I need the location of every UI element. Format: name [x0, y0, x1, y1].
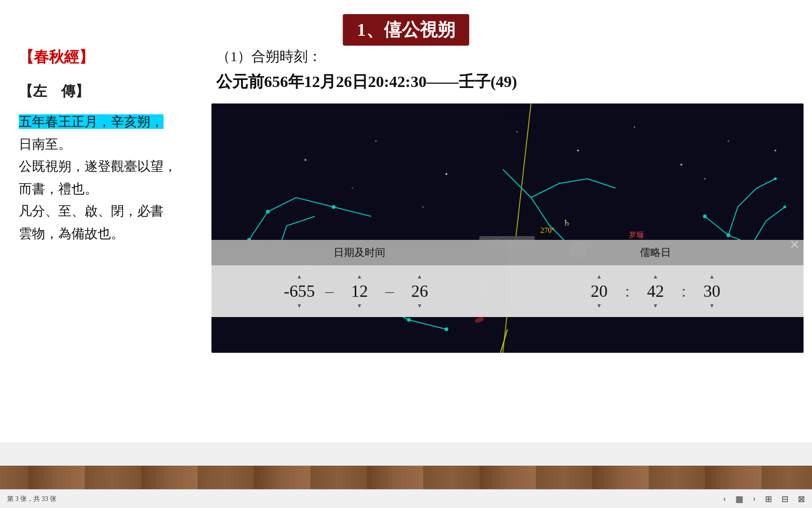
- outline-view-button[interactable]: ⊟: [781, 494, 789, 504]
- year-value: -655: [281, 281, 318, 301]
- slide-content: 1、僖公視朔 【春秋經】 【左 傳】 五年春王正月，辛亥朔， 日南至。 公既視朔…: [0, 0, 812, 442]
- subtitle: （1）合朔時刻：: [216, 47, 789, 66]
- hour-box[interactable]: ▲ 20 ▼: [580, 274, 618, 309]
- svg-point-15: [445, 173, 447, 175]
- second-down[interactable]: ▼: [709, 303, 715, 309]
- svg-text:270°: 270°: [540, 226, 554, 234]
- svg-line-41: [500, 329, 508, 353]
- close-panel-button[interactable]: ✕: [789, 238, 812, 252]
- minute-value: 42: [637, 281, 674, 301]
- second-value: 30: [693, 281, 731, 301]
- time-sep2: :: [679, 281, 688, 301]
- svg-text:♄: ♄: [563, 218, 570, 228]
- svg-point-10: [774, 177, 777, 180]
- date-sep2: –: [383, 281, 396, 301]
- hour-down[interactable]: ▼: [596, 303, 602, 309]
- slide-count: 第 3 张，共 33 张: [7, 495, 56, 503]
- date-values: ▲ -655 ▼ – ▲ 12 ▼ – ▲ 26: [211, 265, 508, 317]
- slideshow-button[interactable]: ⊠: [798, 494, 805, 504]
- chunqiu-label: 【春秋經】: [19, 47, 216, 68]
- year-up[interactable]: ▲: [297, 274, 302, 279]
- day-value: 26: [401, 281, 438, 301]
- time-section: 儒略日 ▲ 20 ▼ : ▲ 42 ▼ :: [508, 240, 804, 317]
- month-up[interactable]: ▲: [357, 274, 362, 279]
- month-box[interactable]: ▲ 12 ▼: [341, 274, 378, 309]
- svg-point-5: [266, 210, 270, 214]
- date-line: 公元前656年12月26日20:42:30——壬子(49): [216, 71, 789, 93]
- status-bar: 第 3 张，共 33 张 ‹ ▦ › ⊞ ⊟ ⊠: [0, 489, 812, 508]
- svg-point-17: [577, 150, 579, 151]
- slide-title: 1、僖公視朔: [343, 14, 469, 46]
- date-tab[interactable]: 日期及时间: [211, 240, 508, 265]
- svg-point-23: [422, 206, 424, 208]
- text-block: 五年春王正月，辛亥朔， 日南至。 公既視朔，遂登觀臺以望， 而書，禮也。 凡分、…: [19, 111, 216, 245]
- datetime-panel: 日期及时间 ▲ -655 ▼ – ▲ 12 ▼ –: [211, 240, 804, 317]
- hour-up[interactable]: ▲: [596, 274, 602, 279]
- svg-point-33: [474, 316, 484, 324]
- zuozhuan-label: 【左 傳】: [19, 82, 216, 101]
- slide-grid-button[interactable]: ▦: [735, 494, 743, 504]
- minute-down[interactable]: ▼: [653, 303, 658, 309]
- time-values: ▲ 20 ▼ : ▲ 42 ▼ : ▲ 30: [508, 265, 804, 317]
- date-section: 日期及时间 ▲ -655 ▼ – ▲ 12 ▼ –: [211, 240, 508, 317]
- status-bar-right: ‹ ▦ › ⊞ ⊟ ⊠: [723, 494, 805, 504]
- year-box[interactable]: ▲ -655 ▼: [281, 274, 318, 309]
- svg-point-21: [774, 150, 776, 151]
- highlighted-text: 五年春王正月，辛亥朔，: [19, 111, 216, 133]
- normal-view-button[interactable]: ⊞: [765, 494, 772, 504]
- month-value: 12: [341, 281, 378, 301]
- next-slide-button[interactable]: ›: [753, 494, 756, 504]
- second-box[interactable]: ▲ 30 ▼: [693, 274, 731, 309]
- second-up[interactable]: ▲: [709, 274, 715, 279]
- minute-up[interactable]: ▲: [653, 274, 658, 279]
- svg-point-3: [407, 318, 411, 322]
- hour-value: 20: [580, 281, 618, 301]
- svg-point-20: [728, 141, 729, 142]
- prev-slide-button[interactable]: ‹: [723, 494, 726, 504]
- svg-point-8: [726, 233, 730, 237]
- panel-inner: 日期及时间 ▲ -655 ▼ – ▲ 12 ▼ –: [211, 240, 804, 317]
- date-sep1: –: [323, 281, 336, 301]
- minute-box[interactable]: ▲ 42 ▼: [637, 274, 674, 309]
- svg-point-24: [704, 178, 706, 180]
- svg-point-4: [445, 327, 448, 331]
- left-column: 【春秋經】 【左 傳】 五年春王正月，辛亥朔， 日南至。 公既視朔，遂登觀臺以望…: [19, 47, 216, 245]
- time-tab[interactable]: 儒略日: [508, 240, 804, 265]
- svg-point-11: [783, 206, 786, 208]
- svg-text:罗堰: 罗堰: [629, 231, 644, 239]
- svg-point-13: [304, 159, 306, 161]
- svg-point-6: [332, 205, 336, 209]
- day-box[interactable]: ▲ 26 ▼: [401, 274, 438, 309]
- svg-point-7: [703, 214, 707, 218]
- svg-point-14: [375, 141, 377, 142]
- time-sep1: :: [623, 281, 632, 301]
- year-down[interactable]: ▼: [297, 303, 302, 309]
- month-down[interactable]: ▼: [357, 303, 362, 309]
- svg-point-16: [516, 131, 518, 133]
- day-up[interactable]: ▲: [417, 274, 422, 279]
- right-column: （1）合朔時刻： 公元前656年12月26日20:42:30——壬子(49): [216, 47, 789, 102]
- svg-point-19: [680, 164, 682, 166]
- svg-point-22: [352, 188, 353, 189]
- day-down[interactable]: ▼: [417, 303, 422, 309]
- svg-point-18: [634, 127, 635, 128]
